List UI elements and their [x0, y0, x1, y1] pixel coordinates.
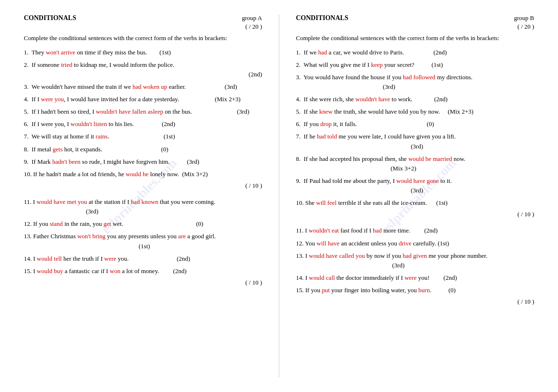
right-q1: 1. If we had a car, we would drive to Pa… [296, 48, 534, 57]
column-divider [279, 14, 279, 378]
left-instructions: Complete the conditional sentences with … [24, 33, 262, 43]
right-q4: 4. If she were rich, she wouldn't have t… [296, 95, 534, 104]
left-score-part2: ( / 10 ) [24, 279, 262, 286]
left-q3: 3. We wouldn't have missed the train if … [24, 82, 262, 92]
right-q2: 2. What will you give me if I keep your … [296, 60, 534, 70]
left-q1: 1. They won't arrive on time if they mis… [24, 48, 262, 57]
right-score-top: ( / 20 ) [296, 23, 534, 31]
right-q15: 15. If you put your finger into boiling … [296, 286, 534, 295]
right-questions-part2: 11. I wouldn't eat fast food if I had mo… [296, 226, 534, 295]
left-group: group A [242, 14, 262, 22]
left-q12: 12. If you stand in the rain, you get we… [24, 219, 262, 229]
left-questions-part2: 11. I would have met you at the station … [24, 197, 262, 276]
left-q5: 5. If I hadn't been so tired, I wouldn't… [24, 107, 262, 117]
right-q5: 5. If she knew the truth, she would have… [296, 107, 534, 117]
left-q11: 11. I would have met you at the station … [24, 197, 262, 216]
left-column: CONDITIONALS group A ( / 20 ) Complete t… [19, 14, 267, 378]
left-q7: 7. We will stay at home if it rains. (1s… [24, 132, 262, 141]
left-q6: 6. If I were you, I wouldn't listen to h… [24, 119, 262, 129]
left-q4: 4. If I were you, I would have invited h… [24, 95, 262, 104]
right-title: CONDITIONALS [296, 14, 348, 22]
right-q11: 11. I wouldn't eat fast food if I had mo… [296, 226, 534, 235]
left-q10: 10. If he hadn't made a lot od friends, … [24, 170, 262, 179]
right-score-part1: ( / 10 ) [296, 211, 534, 218]
left-q2: 2. If someone tried to kidnap me, I woul… [24, 60, 262, 79]
q-num: 1. They [24, 49, 46, 56]
right-q3: 3. You would have found the house if you… [296, 73, 534, 92]
right-q13: 13. I would have called you by now if yo… [296, 251, 534, 270]
right-q9: 9. If Paul had told me about the party, … [296, 176, 534, 195]
right-q7: 7. If he had told me you were late, I co… [296, 132, 534, 151]
left-q14: 14. I would tell her the truth if I were… [24, 254, 262, 264]
right-q12: 12. You will have an accident unless you… [296, 239, 534, 248]
right-group: group B [514, 14, 534, 22]
left-score-part1: ( / 10 ) [24, 182, 262, 190]
left-questions-part1: 1. They won't arrive on time if they mis… [24, 48, 262, 180]
right-q6: 6. If you drop it, it falls. (0) [296, 119, 534, 129]
q-red: won't arrive [46, 49, 75, 56]
right-q14: 14. I would call the doctor immediately … [296, 273, 534, 283]
left-q13: 13. Father Christmas won't bring you any… [24, 232, 262, 251]
right-column: CONDITIONALS group B ( / 20 ) Complete t… [291, 14, 539, 378]
left-q9: 9. If Mark hadn't been so rude, I might … [24, 157, 262, 167]
left-q8: 8. If metal gets hot, it expands. (0) [24, 145, 262, 154]
left-score-top: ( / 20 ) [24, 23, 262, 31]
left-title: CONDITIONALS [24, 14, 76, 22]
right-q8: 8. If she had accepted his proposal then… [296, 154, 534, 173]
right-q10: 10. She will feel terrible if she eats a… [296, 198, 534, 208]
right-score-part2: ( / 10 ) [296, 298, 534, 306]
left-q15: 15. I would buy a fantastic car if I won… [24, 266, 262, 276]
right-questions-part1: 1. If we had a car, we would drive to Pa… [296, 48, 534, 208]
right-instructions: Complete the conditional sentences with … [296, 33, 534, 43]
